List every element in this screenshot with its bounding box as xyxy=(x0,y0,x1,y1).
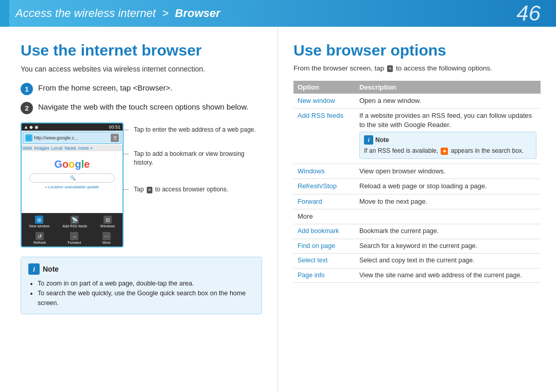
refresh-icon: ↺ xyxy=(36,232,44,240)
new-window-icon: ⊞ xyxy=(35,216,43,224)
table-sub-row: Add bookmark Bookmark the current page. xyxy=(293,224,541,239)
toolbar-forward[interactable]: → Forward xyxy=(67,232,81,244)
sub-option-add-bookmark: Add bookmark xyxy=(293,224,355,239)
step-text-2: Navigate the web with the touch screen o… xyxy=(38,101,249,112)
table-row: Windows View open browser windows. xyxy=(293,164,541,179)
nav-tab-news[interactable]: News xyxy=(64,146,76,151)
table-sub-row: Select text Select and copy text in the … xyxy=(293,254,541,269)
col-header-option: Option xyxy=(293,81,355,94)
note-box: i Note To zoom in on part of a web page,… xyxy=(21,257,262,314)
step-2: 2 Navigate the web with the touch screen… xyxy=(21,101,262,114)
toolbar-more[interactable]: ⋯ More xyxy=(102,232,111,244)
browser-mockup: ▲ ◆ ◉ 00:51 🌐 http://www.google.c... ☰ W… xyxy=(21,122,124,247)
toolbar-windows[interactable]: ⊟ Windows xyxy=(100,216,115,228)
step-number-2: 2 xyxy=(21,102,33,114)
nav-tab-more[interactable]: more » xyxy=(78,146,93,151)
desc-refresh-stop: Reload a web page or stop loading a page… xyxy=(355,179,541,194)
left-intro: You can access websites via wireless int… xyxy=(21,65,262,73)
browser-body: Google 🔍 • Location unavailable update xyxy=(22,151,123,213)
sub-option-page-info: Page info xyxy=(293,268,355,283)
google-o2: o xyxy=(68,158,75,170)
toolbar-new-window[interactable]: ⊞ New window xyxy=(29,216,49,228)
nav-tab-local[interactable]: Local xyxy=(51,146,63,151)
option-windows: Windows xyxy=(293,164,355,179)
rss-desc-text: If a website provides an RSS feed, you c… xyxy=(359,112,532,129)
more-icon: ⋯ xyxy=(102,232,111,240)
breadcrumb-title: Access the wireless internet xyxy=(15,7,156,20)
google-logo: Google xyxy=(25,158,119,170)
steps-list: 1 From the home screen, tap <Browser>. 2… xyxy=(21,82,262,114)
browser-url-text: http://www.google.c... xyxy=(34,135,111,140)
menu-icon-inline: ≡ xyxy=(147,187,152,193)
main-content: Use the internet browser You can access … xyxy=(0,27,556,392)
nav-tab-images[interactable]: Images xyxy=(34,146,49,151)
browser-url-bar[interactable]: 🌐 http://www.google.c... ☰ xyxy=(23,132,121,144)
callout-url: Tap to enter the web address of a web pa… xyxy=(129,126,262,134)
browser-toolbar-row2: ↺ Refresh → Forward ⋯ More xyxy=(22,230,123,246)
callout-url-text: Tap to enter the web address of a web pa… xyxy=(134,126,256,133)
note-icon: i xyxy=(28,263,40,275)
step-1: 1 From the home screen, tap <Browser>. xyxy=(21,82,262,95)
note-items: To zoom in on part of a web page, double… xyxy=(28,279,254,308)
toolbar-new-window-label: New window xyxy=(29,224,49,228)
google-e: e xyxy=(84,158,90,170)
desc-add-rss: If a website provides an RSS feed, you c… xyxy=(355,109,541,164)
google-o1: o xyxy=(62,158,68,170)
location-text: • Location unavailable update xyxy=(25,185,119,189)
note-label: Note xyxy=(43,265,59,273)
option-forward: Forward xyxy=(293,194,355,209)
desc-new-window: Open a new window. xyxy=(355,94,541,109)
callout-area: Tap to enter the web address of a web pa… xyxy=(129,122,262,247)
callout-bookmark-text: Tap to add a bookmark or view browsing h… xyxy=(134,150,245,166)
sub-option-find-on-page: Find on page xyxy=(293,239,355,254)
inline-note-icon: i xyxy=(364,135,373,145)
desc-windows: View open browser windows. xyxy=(355,164,541,179)
inline-note-text: If an RSS feed is available, appears in … xyxy=(364,147,532,155)
forward-icon: → xyxy=(70,232,78,240)
sub-desc-page-info: View the site name and web address of th… xyxy=(355,268,541,283)
toolbar-more-label: More xyxy=(102,241,111,244)
table-sub-row: Page info View the site name and web add… xyxy=(293,268,541,283)
nav-tab-web[interactable]: Web xyxy=(23,146,32,151)
windows-icon: ⊟ xyxy=(103,216,112,224)
table-sub-row: Find on page Search for a keyword in the… xyxy=(293,239,541,254)
options-table: Option Description New window Open a new… xyxy=(293,81,541,283)
toolbar-forward-label: Forward xyxy=(67,241,81,244)
sub-desc-add-bookmark: Bookmark the current page. xyxy=(355,224,541,239)
option-add-rss: Add RSS feeds xyxy=(293,109,355,164)
col-header-description: Description xyxy=(355,81,541,94)
toolbar-rss-feeds[interactable]: 📡 Add RSS feeds xyxy=(63,216,88,228)
option-refresh-stop: Refresh/Stop xyxy=(293,179,355,194)
option-new-window: New window xyxy=(293,94,355,109)
browser-bookmark-button[interactable]: ☰ xyxy=(111,134,119,142)
table-row: Add RSS feeds If a website provides an R… xyxy=(293,109,541,164)
left-section-title: Use the internet browser xyxy=(21,41,262,60)
status-time: 00:51 xyxy=(109,124,120,130)
browser-mockup-area: ▲ ◆ ◉ 00:51 🌐 http://www.google.c... ☰ W… xyxy=(21,122,262,247)
search-icon-small: 🔍 xyxy=(70,175,76,181)
browser-toolbar-row1: ⊞ New window 📡 Add RSS feeds ⊟ Windows xyxy=(22,213,123,230)
breadcrumb-section: Browser xyxy=(175,7,220,20)
toolbar-rss-label: Add RSS feeds xyxy=(63,224,88,228)
step-number-1: 1 xyxy=(21,83,33,95)
left-column: Use the internet browser You can access … xyxy=(0,27,278,392)
toolbar-refresh-label: Refresh xyxy=(33,241,46,244)
step-text-1: From the home screen, tap <Browser>. xyxy=(38,82,172,93)
breadcrumb: Access the wireless internet > Browser xyxy=(15,7,220,20)
right-intro: From the browser screen, tap ≡ to access… xyxy=(293,64,541,74)
sub-desc-select-text: Select and copy text in the current page… xyxy=(355,254,541,269)
inline-note-rss: i Note If an RSS feed is available, appe… xyxy=(359,132,536,159)
table-row: Refresh/Stop Reload a web page or stop l… xyxy=(293,179,541,194)
search-placeholder xyxy=(33,175,34,181)
status-icons: ▲ ◆ ◉ xyxy=(24,124,39,130)
right-column: Use browser options From the browser scr… xyxy=(278,27,556,392)
google-search-box[interactable]: 🔍 xyxy=(29,173,115,183)
note-header: i Note xyxy=(28,263,254,275)
page-number: 46 xyxy=(516,1,541,26)
option-more: More xyxy=(293,209,541,224)
toolbar-refresh[interactable]: ↺ Refresh xyxy=(33,232,46,244)
browser-nav-tabs: Web Images Local News more » xyxy=(22,145,123,151)
desc-forward: Move to the next page. xyxy=(355,194,541,209)
note-item-1: To zoom in on part of a web page, double… xyxy=(38,279,254,289)
table-row: New window Open a new window. xyxy=(293,94,541,109)
